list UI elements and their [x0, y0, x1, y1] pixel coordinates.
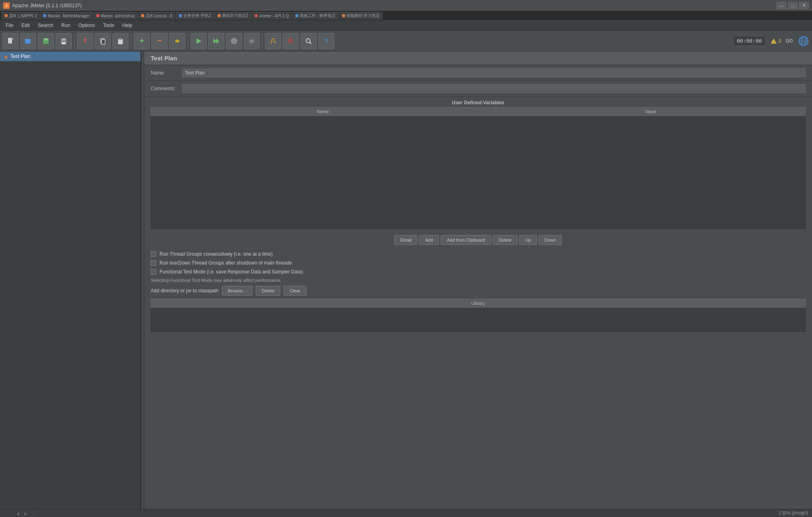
browser-tab-7[interactable]: 高效工作 - 效率笔记	[292, 12, 338, 19]
add-button[interactable]: +	[134, 33, 150, 49]
menu-help[interactable]: Help	[118, 20, 136, 31]
browser-tab-1[interactable]: Marata .AdminManager	[40, 12, 93, 19]
browser-tab-2[interactable]: Maven .adminshop	[93, 12, 138, 19]
svg-point-19	[250, 39, 253, 43]
classpath-label: Add directory or jar to classpath	[151, 288, 219, 294]
svg-rect-0	[8, 38, 12, 43]
error-counter: 0/0	[786, 38, 793, 44]
app-title: Apache JMeter (5.1.1 r1855137)	[12, 3, 82, 8]
detail-button[interactable]: Detail	[394, 235, 418, 245]
close-button[interactable]: ✕	[799, 2, 809, 9]
separator-4	[262, 34, 263, 48]
cut-button[interactable]	[77, 33, 93, 49]
clear-all-button[interactable]	[283, 33, 299, 49]
content-area: Test Plan Name: Comments: User Defined V…	[144, 52, 812, 509]
stop-remote-button[interactable]	[244, 33, 260, 49]
svg-rect-6	[62, 38, 66, 40]
testplan-icon: ▲	[3, 53, 9, 60]
browser-tab-8[interactable]: 技能路径-学习笔记	[339, 12, 383, 19]
browse-button[interactable]: Browse...	[222, 286, 253, 296]
checkbox-run-thread-groups[interactable]: Run Thread Groups consecutively (i.e. on…	[151, 251, 806, 257]
svg-marker-14	[197, 38, 201, 44]
menu-edit[interactable]: Edit	[17, 20, 34, 31]
browser-tab-3[interactable]: JDK tomcat - 8	[138, 12, 175, 19]
separator-1	[74, 34, 75, 48]
checkbox-functional-mode[interactable]: Functional Test Mode (i.e. save Response…	[151, 269, 806, 275]
copy-button[interactable]	[95, 33, 111, 49]
status-bar: ▲ ▲ CSDN @Hu捷哥	[0, 509, 812, 517]
menu-run[interactable]: Run	[57, 20, 74, 31]
sidebar-item-testplan[interactable]: ▲ Test Plan	[0, 52, 141, 61]
functional-mode-hint: Selecting Functional Test Mode may adver…	[144, 278, 812, 283]
browser-tab-4[interactable]: 业务任务-手机2	[176, 12, 214, 19]
panel-title: Test Plan	[144, 52, 812, 65]
run-teardown-checkbox[interactable]	[151, 260, 156, 266]
new-button[interactable]	[2, 33, 19, 49]
name-field-row: Name:	[144, 65, 812, 81]
help-button[interactable]: ?	[318, 33, 334, 49]
open-button[interactable]	[20, 33, 36, 49]
run-thread-groups-checkbox[interactable]	[151, 251, 156, 257]
clear-classpath-button[interactable]: Clear	[284, 286, 306, 296]
clear-button[interactable]	[265, 33, 281, 49]
play-button[interactable]	[191, 33, 207, 49]
svg-marker-1	[12, 38, 14, 39]
delete-row-button[interactable]: Delete	[493, 235, 518, 245]
variables-section: User Defined Variables Name: Value	[144, 97, 812, 232]
value-column-header: Value	[496, 108, 805, 116]
browser-tab-0[interactable]: JDK 1.8APP5 3	[2, 12, 39, 19]
status-center: ▲ ▲	[17, 511, 34, 515]
maximize-button[interactable]: □	[788, 2, 798, 9]
variables-empty-area	[151, 116, 806, 229]
variables-title: User Defined Variables	[151, 100, 806, 105]
title-bar-left: J Apache JMeter (5.1.1 r1855137)	[3, 2, 82, 9]
title-bar: J Apache JMeter (5.1.1 r1855137) — □ ✕	[0, 0, 812, 11]
table-actions: Detail Add Add from Clipboard Delete Up …	[144, 232, 812, 248]
name-label: Name:	[151, 70, 179, 76]
comments-label: Comments:	[151, 86, 179, 91]
svg-line-23	[310, 42, 311, 44]
checkbox-run-teardown[interactable]: Run tearDown Thread Groups after shutdow…	[151, 260, 806, 266]
stop-button[interactable]	[226, 33, 242, 49]
print-button[interactable]	[56, 33, 72, 49]
browser-tabs-bar: JDK 1.8APP5 3 Marata .AdminManager Maven…	[0, 11, 812, 20]
search-button[interactable]	[300, 33, 317, 49]
sidebar: ▲ Test Plan	[0, 52, 141, 509]
up-button[interactable]: Up	[519, 235, 537, 245]
svg-rect-11	[102, 39, 105, 44]
menu-file[interactable]: File	[2, 20, 17, 31]
svg-rect-4	[44, 38, 48, 40]
separator-2	[131, 34, 131, 48]
variables-table: Name: Value	[151, 107, 806, 116]
minimize-button[interactable]: —	[777, 2, 786, 9]
main-layout: ▲ Test Plan · · · · · Test Plan Name: Co…	[0, 52, 812, 509]
svg-marker-15	[213, 38, 216, 44]
menu-search[interactable]: Search	[34, 20, 57, 31]
down-button[interactable]: Down	[539, 235, 562, 245]
browser-tab-5[interactable]: 测试学习笔记2	[215, 12, 251, 19]
add-row-button[interactable]: Add	[419, 235, 439, 245]
name-column-header: Name:	[151, 108, 496, 116]
drag-handle[interactable]: · · · · ·	[141, 52, 144, 509]
functional-mode-checkbox[interactable]	[151, 269, 156, 275]
name-input[interactable]	[182, 68, 806, 77]
remove-button[interactable]: −	[151, 33, 168, 49]
toggle-button[interactable]	[169, 33, 185, 49]
globe-icon[interactable]	[798, 35, 810, 47]
menu-options[interactable]: Options	[74, 20, 99, 31]
add-from-clipboard-button[interactable]: Add from Clipboard	[441, 235, 491, 245]
svg-point-17	[231, 38, 237, 44]
functional-mode-label: Functional Test Mode (i.e. save Response…	[160, 269, 303, 275]
warning-count: 0	[779, 38, 781, 44]
comments-input[interactable]	[182, 84, 806, 93]
toolbar-warning: ! 0	[771, 38, 781, 44]
toolbar-timer: 00:00:00	[733, 36, 766, 46]
paste-button[interactable]	[112, 33, 128, 49]
play-remote-button[interactable]	[208, 33, 224, 49]
delete-classpath-button[interactable]: Delete	[256, 286, 281, 296]
menu-tools[interactable]: Tools	[99, 20, 118, 31]
browser-tab-6[interactable]: Jmeter - API 2 Q	[252, 12, 292, 19]
save-button[interactable]	[38, 33, 54, 49]
svg-text:!: !	[773, 40, 775, 44]
svg-rect-13	[119, 38, 122, 40]
